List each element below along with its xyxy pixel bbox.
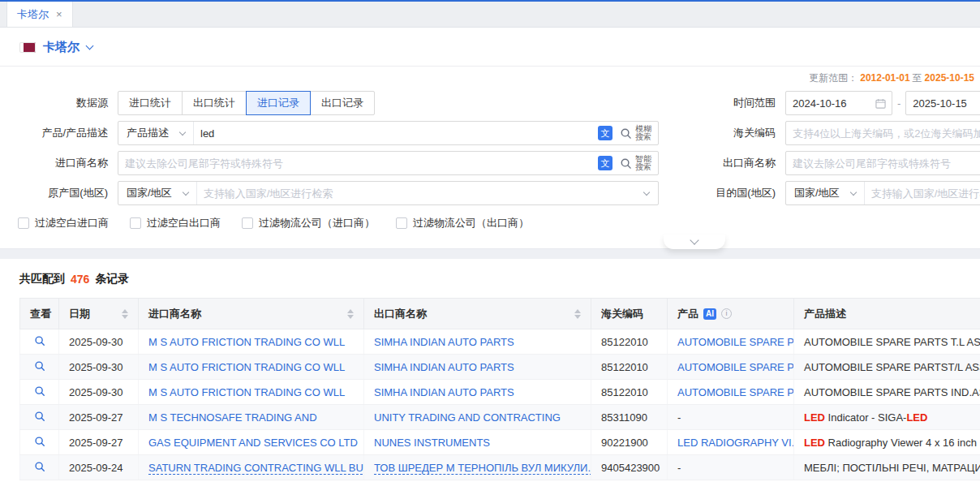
time-range-end-input[interactable]: [905, 91, 980, 115]
checkbox-filter-blank-exporter[interactable]: 过滤空白出口商: [130, 216, 221, 230]
smart-search-toggle[interactable]: 智能 搜索: [618, 155, 658, 171]
btn-export-statistics[interactable]: 出口统计: [182, 91, 247, 115]
importer-link[interactable]: GAS EQUIPMENT AND SERVICES CO LTD: [148, 437, 358, 449]
col-date[interactable]: 日期: [59, 299, 139, 329]
records-table: 查看 日期 进口商名称 出口商名称: [19, 298, 980, 480]
page-header: 卡塔尔: [0, 28, 980, 67]
time-range-end: [905, 91, 980, 115]
fuzzy-search-toggle[interactable]: 模糊 搜索: [618, 125, 658, 141]
exporter-link[interactable]: SIMHA INDIAN AUTO PARTS: [374, 336, 514, 348]
destination-group: 国家/地区: [785, 181, 980, 205]
cell-date: 2025-09-27: [59, 405, 139, 430]
hs-code-input[interactable]: [785, 121, 980, 145]
cell-importer: M S AUTO FRICTION TRADING CO WLL: [139, 355, 364, 380]
translate-icon[interactable]: 文: [598, 126, 612, 140]
product-link[interactable]: LED RADIOGRAPHY VI...: [677, 437, 794, 449]
window-tab-bar: 卡塔尔 ×: [0, 0, 980, 28]
date-range-separator: -: [897, 97, 900, 110]
importer-link[interactable]: SATURN TRADING CONTRACTING WLL BUI...: [148, 462, 364, 474]
data-source-segmented: 进口统计 出口统计 进口记录 出口记录: [118, 91, 375, 115]
checkbox-label: 过滤空白进口商: [35, 216, 109, 230]
dropdown-caret-icon[interactable]: [643, 188, 650, 195]
btn-import-statistics[interactable]: 进口统计: [118, 91, 183, 115]
importer-link[interactable]: M S TECHNOSAFE TRADING AND: [148, 411, 317, 424]
tab-qatar[interactable]: 卡塔尔 ×: [6, 2, 73, 27]
checkbox-filter-logistics-exporter[interactable]: 过滤物流公司（出口商）: [396, 216, 529, 230]
cell-hs-code: 85311090: [591, 405, 668, 430]
btn-import-records[interactable]: 进口记录: [246, 91, 311, 115]
filter-panel: 更新范围：2012-01-01至2025-10-15 数据源 进口统计 出口统计…: [0, 67, 980, 230]
update-range-to: 2025-10-15: [925, 72, 974, 84]
view-record-icon[interactable]: [30, 360, 49, 372]
view-record-icon[interactable]: [30, 461, 49, 472]
exporter-link[interactable]: ТОВ ШРЕДЕР М ТЕРНОПІЛЬ ВУЛ МИКУЛИ...: [374, 462, 591, 474]
update-range-from: 2012-01-01: [860, 72, 909, 84]
exporter-link[interactable]: SIMHA INDIAN AUTO PARTS: [374, 386, 514, 398]
col-importer[interactable]: 进口商名称: [139, 299, 364, 329]
exporter-link[interactable]: SIMHA INDIAN AUTO PARTS: [374, 361, 514, 373]
tab-close-icon[interactable]: ×: [56, 8, 62, 20]
destination-type-select[interactable]: 国家/地区: [786, 182, 865, 204]
origin-type-value: 国家/地区: [127, 186, 172, 200]
view-record-icon[interactable]: [30, 335, 49, 346]
tab-qatar-label: 卡塔尔: [17, 7, 49, 22]
importer-link[interactable]: M S AUTO FRICTION TRADING CO WLL: [148, 386, 345, 398]
product-search-group: 产品描述 文 模糊 搜索: [118, 121, 659, 145]
origin-input[interactable]: [197, 182, 644, 204]
time-range-start: [785, 91, 892, 115]
sort-icons[interactable]: [122, 309, 128, 319]
cell-product: AUTOMOBILE SPARE P...: [668, 329, 794, 355]
results-summary: 共匹配到 476 条记录: [19, 272, 980, 286]
importer-input[interactable]: [118, 152, 598, 174]
product-link[interactable]: AUTOMOBILE SPARE P...: [677, 386, 794, 398]
checkbox-icon: [242, 217, 253, 229]
cell-exporter: UNITY TRADING AND CONTRACTING: [364, 405, 591, 430]
table-row: 2025-09-27M S TECHNOSAFE TRADING ANDUNIT…: [20, 405, 980, 430]
time-range-start-input[interactable]: [785, 91, 892, 115]
exporter-link[interactable]: NUNES INSTRUMENTS: [374, 437, 490, 449]
checkbox-filter-logistics-importer[interactable]: 过滤物流公司（进口商）: [242, 216, 375, 230]
table-row: 2025-09-24SATURN TRADING CONTRACTING WLL…: [20, 455, 980, 480]
smart-search-label-2: 搜索: [635, 163, 651, 171]
collapse-filters-button[interactable]: [664, 235, 725, 249]
time-range-label: 时间范围: [659, 96, 785, 110]
cell-description: LED Radiography Viewer 4 x 16 inch: [794, 430, 980, 455]
col-exporter[interactable]: 出口商名称: [364, 299, 591, 329]
cell-description: AUTOMOBILE SPARE PARTST/L ASSY ...: [794, 355, 980, 380]
cell-product: LED RADIOGRAPHY VI...: [668, 430, 794, 455]
origin-type-select[interactable]: 国家/地区: [118, 182, 197, 204]
cell-description: МЕБЛІ; ПОСТІЛЬНІ РЕЧІ, МАТРАЦИ,...: [794, 455, 980, 480]
select-caret-icon: [849, 188, 856, 195]
view-record-icon[interactable]: [30, 436, 49, 447]
view-record-icon[interactable]: [30, 385, 49, 397]
product-link[interactable]: AUTOMOBILE SPARE P...: [677, 336, 794, 348]
importer-link[interactable]: M S AUTO FRICTION TRADING CO WLL: [148, 361, 345, 373]
btn-export-records[interactable]: 出口记录: [310, 91, 375, 115]
sort-icons[interactable]: [347, 309, 354, 319]
checkbox-filter-blank-importer[interactable]: 过滤空白进口商: [18, 216, 109, 230]
cell-importer: SATURN TRADING CONTRACTING WLL BUI...: [139, 455, 364, 480]
update-range-between: 至: [913, 72, 922, 84]
info-icon[interactable]: i: [721, 308, 732, 319]
product-input[interactable]: [194, 122, 598, 144]
cell-exporter: ТОВ ШРЕДЕР М ТЕРНОПІЛЬ ВУЛ МИКУЛИ...: [364, 455, 591, 480]
exporter-link[interactable]: UNITY TRADING AND CONTRACTING: [374, 411, 561, 424]
col-view: 查看: [20, 299, 59, 329]
cell-hs-code: 9405423900: [591, 455, 668, 480]
view-record-icon[interactable]: [30, 411, 49, 422]
sort-icons[interactable]: [574, 309, 581, 319]
product-empty: -: [677, 462, 681, 474]
importer-link[interactable]: M S AUTO FRICTION TRADING CO WLL: [148, 336, 345, 348]
product-mode-select[interactable]: 产品描述: [118, 122, 194, 144]
country-chevron-down-icon[interactable]: [86, 42, 94, 50]
ai-badge: AI: [703, 308, 716, 320]
destination-input[interactable]: [865, 182, 980, 204]
desc-segment: AUTOMOBILE SPARE PARTS T.L ASSY ...: [804, 336, 980, 348]
exporter-input[interactable]: [785, 151, 980, 175]
panel-divider: [0, 248, 980, 259]
product-link[interactable]: AUTOMOBILE SPARE P...: [677, 361, 794, 373]
cell-view: [20, 355, 59, 380]
translate-icon[interactable]: 文: [598, 156, 612, 170]
cell-description: AUTOMOBILE SPARE PARTS T.L ASSY ...: [794, 329, 980, 355]
table-body: 2025-09-30M S AUTO FRICTION TRADING CO W…: [20, 329, 980, 480]
